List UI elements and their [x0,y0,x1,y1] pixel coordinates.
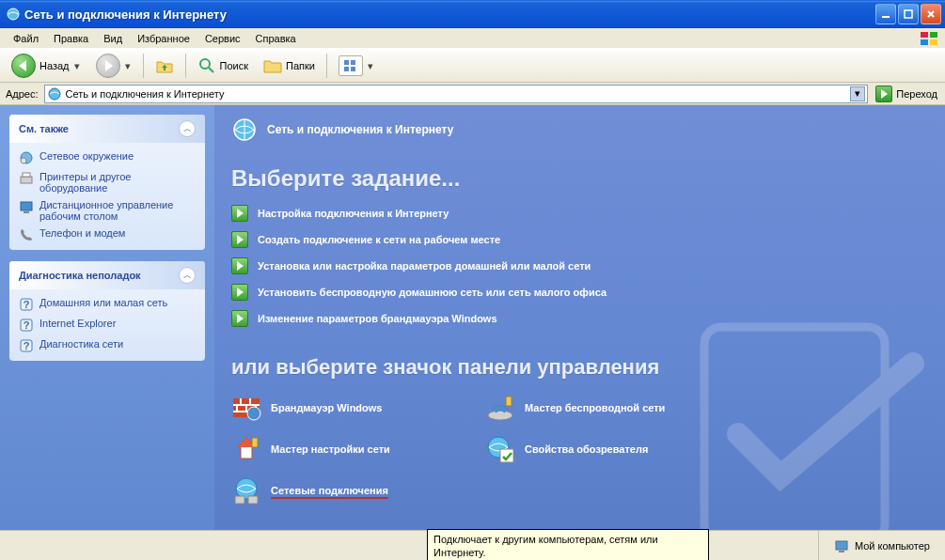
close-button[interactable] [921,4,941,24]
sidebar-item-phone-modem[interactable]: Телефон и модем [19,227,196,242]
collapse-icon[interactable]: ︿ [179,120,196,137]
svg-rect-45 [248,496,258,504]
address-dropdown-icon[interactable]: ▾ [850,86,865,101]
svg-rect-40 [252,438,258,447]
back-icon [11,54,36,78]
arrow-icon [231,205,248,222]
statusbar: Подключает к другим компьютерам, сетям и… [0,530,945,560]
sidebar-item-ie[interactable]: ? Internet Explorer [19,318,196,333]
troubleshoot-panel: Диагностика неполадок ︿ ? Домашняя или м… [9,261,205,361]
task-label: Установка или настройка параметров домаш… [258,260,591,272]
sidebar-item-home-network[interactable]: ? Домашняя или малая сеть [19,297,196,312]
svg-rect-3 [921,32,928,38]
arrow-icon [231,284,248,301]
menubar: Файл Правка Вид Избранное Сервис Справка [0,28,945,49]
address-input[interactable]: Сеть и подключения к Интернету ▾ [44,85,869,103]
svg-rect-16 [21,177,32,183]
search-button[interactable]: Поиск [192,54,254,78]
content-header-icon [231,117,258,143]
sidebar-item-label: Телефон и модем [39,227,125,239]
maximize-button[interactable] [898,4,919,24]
collapse-icon[interactable]: ︿ [179,267,196,284]
control-panel-icons: Брандмауэр Windows Мастер беспроводной с… [231,393,928,506]
search-icon [197,56,216,75]
body-area: См. также ︿ Сетевое окружение Принтеры и… [0,105,945,530]
svg-rect-47 [839,551,844,552]
back-dropdown-icon[interactable]: ▾ [73,60,81,72]
troubleshoot-header[interactable]: Диагностика неполадок ︿ [9,261,205,289]
sidebar-item-label: Диагностика сети [39,338,123,350]
up-folder-icon [155,56,174,75]
content-header: Сеть и подключения к Интернету [231,115,928,145]
svg-text:?: ? [24,340,30,351]
cp-firewall[interactable]: Брандмауэр Windows [231,393,457,423]
svg-rect-6 [930,39,937,45]
sidebar-item-network-places[interactable]: Сетевое окружение [19,150,196,165]
troubleshoot-title: Диагностика неполадок [19,270,141,281]
my-computer-icon [834,538,849,553]
sidebar-item-printers[interactable]: Принтеры и другое оборудование [19,171,196,194]
cp-label: Брандмауэр Windows [271,402,382,413]
task-wireless-setup[interactable]: Установить беспроводную домашнюю сеть ил… [231,284,928,301]
task-list: Настройка подключения к Интернету Создат… [231,205,928,327]
menu-file[interactable]: Файл [6,31,46,46]
forward-dropdown-icon[interactable]: ▾ [124,60,132,72]
forward-button[interactable]: ▾ [90,51,137,81]
task-workplace-connection[interactable]: Создать подключение к сети на рабочем ме… [231,231,928,248]
svg-rect-4 [930,32,937,38]
menu-view[interactable]: Вид [96,31,130,46]
svg-point-38 [488,411,512,420]
see-also-title: См. также [19,123,69,134]
views-icon [339,55,363,76]
folders-button[interactable]: Папки [258,54,321,78]
forward-icon [96,54,120,78]
svg-point-37 [247,407,260,420]
pick-icon-title: или выберите значок панели управления [231,355,928,380]
go-button[interactable]: Переход [872,85,941,103]
sidebar-item-remote-desktop[interactable]: Дистанционное управление рабочим столом [19,199,196,222]
window-title: Сеть и подключения к Интернету [24,8,875,22]
views-dropdown-icon[interactable]: ▾ [367,60,374,72]
toolbar: Назад ▾ ▾ Поиск Папки ▾ [0,49,945,83]
sidebar-item-net-diag[interactable]: ? Диагностика сети [19,338,196,353]
svg-rect-18 [21,202,32,210]
cp-network-wizard[interactable]: Мастер настройки сети [231,434,457,464]
task-firewall-settings[interactable]: Изменение параметров брандмауэра Windows [231,310,928,327]
menu-edit[interactable]: Правка [46,31,96,46]
svg-rect-5 [921,39,928,45]
task-label: Создать подключение к сети на рабочем ме… [258,234,500,245]
svg-rect-1 [882,16,890,18]
svg-rect-10 [351,60,355,65]
svg-point-15 [21,158,26,163]
address-icon [47,86,62,101]
task-label: Настройка подключения к Интернету [258,208,449,219]
minimize-button[interactable] [875,4,896,24]
help-icon: ? [19,338,34,353]
menu-help[interactable]: Справка [248,31,304,46]
printers-icon [19,171,34,186]
svg-rect-44 [235,496,244,504]
back-button[interactable]: Назад ▾ [6,51,87,81]
arrow-icon [231,257,248,274]
window-icon [6,7,21,22]
cp-network-connections[interactable]: Сетевые подключения [231,475,457,506]
menu-favorites[interactable]: Избранное [130,31,197,46]
svg-rect-39 [506,397,512,406]
views-button[interactable]: ▾ [333,53,380,79]
arrow-icon [231,231,248,248]
task-home-network-setup[interactable]: Установка или настройка параметров домаш… [231,257,928,274]
title-buttons [875,4,941,24]
status-location-text: Мой компьютер [855,540,930,552]
sidebar-item-label: Дистанционное управление рабочим столом [39,199,196,222]
wireless-wizard-icon [485,393,515,423]
up-button[interactable] [150,54,180,78]
menu-service[interactable]: Сервис [197,31,248,46]
sidebar-item-label: Домашняя или малая сеть [39,297,167,308]
see-also-header[interactable]: См. также ︿ [9,115,205,143]
network-places-icon [19,150,34,165]
cp-wireless-wizard[interactable]: Мастер беспроводной сети [485,393,711,423]
cp-internet-options[interactable]: Свойства обозревателя [485,434,711,464]
task-internet-setup[interactable]: Настройка подключения к Интернету [231,205,928,222]
addressbar: Адрес: Сеть и подключения к Интернету ▾ … [0,83,945,105]
svg-text:?: ? [24,319,30,331]
